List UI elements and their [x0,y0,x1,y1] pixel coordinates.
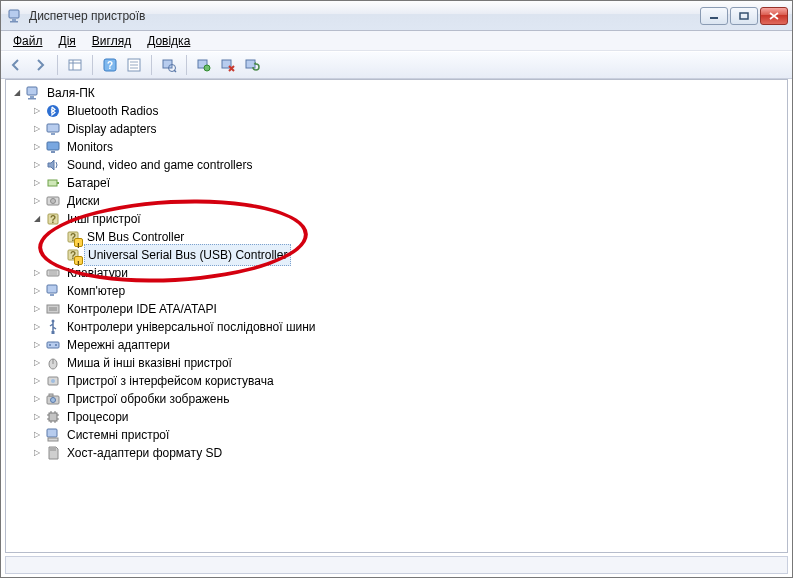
expand-icon[interactable] [30,302,44,316]
toolbar-separator [57,55,58,75]
tree-category[interactable]: Диски [8,192,787,210]
svg-rect-3 [710,17,718,19]
svg-rect-14 [163,60,172,68]
menu-view[interactable]: Вигляд [84,32,139,50]
network-icon [45,337,61,353]
computer-icon [45,283,61,299]
tree-item-label: Інші пристрої [64,209,144,229]
expand-icon[interactable] [30,374,44,388]
expander-none [50,248,64,262]
warning-badge-icon [74,256,83,265]
tree-item-label: Sound, video and game controllers [64,155,255,175]
hid-icon [45,373,61,389]
enable-button[interactable] [193,54,215,76]
tree-category[interactable]: Sound, video and game controllers [8,156,787,174]
tree-category[interactable]: Bluetooth Radios [8,102,787,120]
tree-category[interactable]: Клавіатури [8,264,787,282]
expand-icon[interactable] [30,176,44,190]
expand-icon[interactable] [30,338,44,352]
tree-item-label: Мережні адаптери [64,335,173,355]
expand-icon[interactable] [30,122,44,136]
tree-category[interactable]: Хост-адаптери формату SD [8,444,787,462]
expand-icon[interactable] [30,392,44,406]
collapse-icon[interactable] [10,86,24,100]
tree-category[interactable]: Monitors [8,138,787,156]
toolbar-separator [92,55,93,75]
svg-point-46 [52,320,55,323]
tree-item-label: Валя-ПК [44,83,98,103]
menu-file[interactable]: Файл [5,32,51,50]
tree-device[interactable]: ?Universal Serial Bus (USB) Controller [8,246,787,264]
sound-icon [45,157,61,173]
tree-item-label: Системні пристрої [64,425,172,445]
collapse-icon[interactable] [30,212,44,226]
menu-help[interactable]: Довідка [139,32,198,50]
expand-icon[interactable] [30,410,44,424]
update-driver-button[interactable] [241,54,263,76]
computer-root-icon [25,85,41,101]
expand-icon[interactable] [30,428,44,442]
tree-item-label: Хост-адаптери формату SD [64,443,225,463]
svg-rect-23 [28,98,36,100]
svg-rect-48 [47,342,59,348]
expand-icon[interactable] [30,104,44,118]
svg-rect-45 [49,307,57,311]
svg-rect-29 [48,180,57,186]
svg-point-49 [49,344,51,346]
expand-icon[interactable] [30,320,44,334]
view-mode-button[interactable] [64,54,86,76]
properties-button[interactable] [123,54,145,76]
expand-icon[interactable] [30,194,44,208]
tree-item-label: Пристрої з інтерфейсом користувача [64,371,277,391]
expand-icon[interactable] [30,266,44,280]
mouse-icon [45,355,61,371]
tree-item-label: Миша й інші вказівні пристрої [64,353,235,373]
menu-action[interactable]: Дія [51,32,84,50]
expand-icon[interactable] [30,356,44,370]
tree-pane: Валя-ПКBluetooth RadiosDisplay adaptersM… [5,79,788,553]
tree-item-label: Bluetooth Radios [64,101,161,121]
tree-category[interactable]: Комп'ютер [8,282,787,300]
svg-rect-43 [50,294,54,296]
tree-category[interactable]: Пристрої з інтерфейсом користувача [8,372,787,390]
tree-category[interactable]: Пристрої обробки зображень [8,390,787,408]
svg-rect-22 [30,96,34,98]
scan-button[interactable] [158,54,180,76]
tree-category[interactable]: Процесори [8,408,787,426]
tree-item-label: Клавіатури [64,263,131,283]
maximize-button[interactable] [730,7,758,25]
svg-point-56 [51,398,56,403]
help-button[interactable]: ? [99,54,121,76]
usb-icon [45,319,61,335]
minimize-button[interactable] [700,7,728,25]
expand-icon[interactable] [30,140,44,154]
svg-text:?: ? [50,214,56,225]
svg-rect-25 [47,124,59,132]
close-button[interactable] [760,7,788,25]
battery-icon [45,175,61,191]
forward-button[interactable] [29,54,51,76]
svg-rect-2 [10,21,18,23]
tree-category[interactable]: Батареї [8,174,787,192]
child-other-icon: ? [65,247,81,263]
expand-icon[interactable] [30,158,44,172]
tree-category[interactable]: Контролери IDE ATA/ATAPI [8,300,787,318]
tree-category[interactable]: Мережні адаптери [8,336,787,354]
svg-rect-57 [49,394,53,396]
tree-category[interactable]: Системні пристрої [8,426,787,444]
svg-rect-58 [49,413,57,421]
tree-root[interactable]: Валя-ПК [8,84,787,102]
tree-category[interactable]: Миша й інші вказівні пристрої [8,354,787,372]
tree-category[interactable]: Контролери універсальної послідовної шин… [8,318,787,336]
window-title: Диспетчер пристроїв [29,9,700,23]
expand-icon[interactable] [30,284,44,298]
back-button[interactable] [5,54,27,76]
expand-icon[interactable] [30,446,44,460]
tree-item-label: Пристрої обробки зображень [64,389,232,409]
tree-category[interactable]: ?Інші пристрої [8,210,787,228]
device-tree[interactable]: Валя-ПКBluetooth RadiosDisplay adaptersM… [6,80,787,466]
status-bar [5,556,788,574]
tree-category[interactable]: Display adapters [8,120,787,138]
app-icon [7,8,23,24]
uninstall-button[interactable] [217,54,239,76]
